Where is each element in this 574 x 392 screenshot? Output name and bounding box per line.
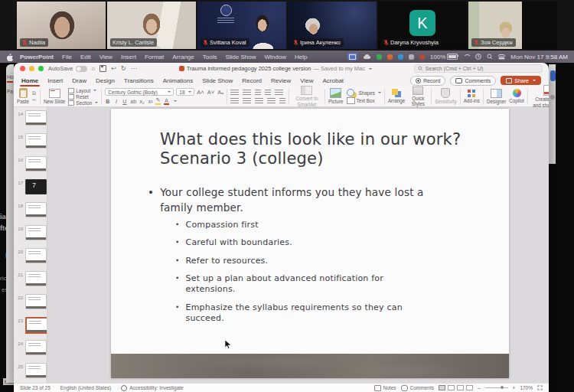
fit-slide-icon[interactable]	[537, 385, 543, 390]
numbered-list-icon[interactable]	[243, 90, 251, 96]
thumbnail-item[interactable]: 24	[14, 338, 47, 361]
quick-styles-button[interactable]: Quick Styles	[408, 87, 428, 106]
app-status-icon-gray[interactable]	[409, 54, 414, 60]
picture-button[interactable]: Picture	[328, 88, 344, 104]
thumbnail-preview[interactable]	[25, 156, 47, 172]
slide-number-indicator[interactable]: Slide 23 of 25	[20, 385, 51, 390]
strikethrough-icon[interactable]: ab	[130, 99, 136, 104]
maximize-window-button[interactable]	[38, 66, 44, 71]
thumbnail-preview[interactable]	[25, 110, 47, 126]
underline-icon[interactable]: U	[122, 99, 127, 104]
language-indicator[interactable]: English (United States)	[60, 385, 111, 390]
thumbnail-item[interactable]: 14	[14, 109, 47, 132]
spotlight-search-icon[interactable]	[487, 54, 493, 60]
align-left-icon[interactable]	[230, 98, 239, 104]
tab-review[interactable]: Review	[271, 76, 291, 86]
tab-animations[interactable]: Animations	[163, 76, 194, 86]
slideshow-view-button[interactable]	[466, 385, 473, 390]
convert-to-smartart-button[interactable]: Convert to SmartArt	[292, 86, 321, 106]
thumbnail-preview[interactable]	[25, 294, 47, 309]
clear-formatting-icon[interactable]: Aₐ	[217, 89, 223, 96]
align-center-icon[interactable]	[243, 98, 251, 104]
columns-icon[interactable]	[279, 98, 285, 104]
app-status-icon-orange[interactable]	[387, 54, 393, 60]
thumbnail-preview[interactable]: 7	[25, 179, 47, 194]
normal-view-button[interactable]	[439, 385, 445, 390]
participant-tile[interactable]: Зоя Сердюк	[468, 2, 557, 49]
cloud-icon[interactable]	[363, 54, 371, 60]
thumbnail-item[interactable]: 177	[14, 178, 47, 201]
menu-item-arrange[interactable]: Arrange	[172, 54, 194, 60]
notes-button[interactable]: Notes	[374, 385, 396, 391]
thumbnail-item[interactable]: 16	[14, 155, 47, 178]
copilot-button[interactable]: Copilot	[509, 89, 524, 103]
font-name-select[interactable]: Century Gothic (Body)	[105, 88, 174, 96]
participant-tile[interactable]: Ірина Акуленко	[288, 2, 377, 49]
thumbnail-preview[interactable]	[25, 317, 47, 334]
subscript-icon[interactable]: x₂	[139, 99, 145, 104]
menu-item-window[interactable]: Window	[264, 54, 285, 60]
menu-app-name[interactable]: PowerPoint	[20, 54, 54, 60]
decrease-font-icon[interactable]: A˅	[207, 89, 214, 96]
menu-item-slide-show[interactable]: Slide Show	[225, 54, 256, 60]
wifi-icon[interactable]	[463, 54, 470, 60]
window-titlebar[interactable]: AutoSave ⌂ ↩ ↻ ⋯ Trauma informed pedagog…	[14, 63, 549, 74]
participant-tile[interactable]: Svitlana Koval	[197, 2, 286, 49]
section-button[interactable]: Section	[68, 100, 98, 106]
autosave-toggle[interactable]	[76, 66, 87, 72]
more-commands-icon[interactable]: ⋯	[131, 65, 137, 72]
save-icon[interactable]	[99, 65, 106, 72]
menu-item-file[interactable]: File	[62, 54, 72, 60]
zoom-slider[interactable]	[485, 387, 508, 388]
slide-canvas[interactable]: What does this look like in our work?Sce…	[111, 109, 509, 378]
redo-icon[interactable]: ↻	[121, 65, 126, 72]
zoom-level[interactable]: 170%	[520, 385, 533, 390]
title-chevron-down-icon[interactable]	[369, 68, 372, 71]
apple-logo-icon[interactable]	[6, 53, 13, 61]
thumbnail-item[interactable]: 23	[14, 315, 47, 338]
share-button[interactable]: Share	[501, 76, 541, 85]
sensitivity-button[interactable]: Sensitivity	[435, 88, 456, 104]
add-ins-button[interactable]: Add-ins	[464, 90, 480, 103]
highlight-color-icon[interactable]: ✎	[155, 97, 161, 105]
bold-icon[interactable]: B	[105, 99, 110, 104]
thumbnail-item[interactable]: 25	[14, 361, 47, 383]
thumbnail-preview[interactable]	[25, 363, 47, 378]
menu-bar-clock[interactable]: Mon Nov 17 9:58 AM	[510, 54, 568, 60]
undo-icon[interactable]: ↩	[111, 65, 116, 72]
increase-indent-icon[interactable]	[265, 90, 271, 96]
thumbnail-preview[interactable]	[25, 248, 47, 263]
recording-status-icon[interactable]	[419, 54, 425, 60]
increase-font-icon[interactable]: A˄	[197, 89, 204, 96]
comments-button[interactable]: Comments	[450, 76, 496, 86]
menu-item-help[interactable]: Help	[295, 54, 307, 60]
control-strip-icon[interactable]	[498, 54, 505, 60]
menu-item-format[interactable]: Format	[145, 54, 164, 60]
font-size-select[interactable]: 18	[176, 88, 194, 96]
tab-acrobat[interactable]: Acrobat	[323, 76, 344, 86]
tab-record[interactable]: Record	[242, 76, 262, 86]
zoom-out-button[interactable]: –	[478, 385, 481, 390]
thumbnail-preview[interactable]	[25, 340, 47, 355]
tab-view[interactable]: View	[300, 76, 313, 86]
text-box-button[interactable]: Text Box	[347, 97, 381, 104]
thumbnail-item[interactable]: 21	[14, 270, 47, 292]
home-icon[interactable]: ⌂	[92, 65, 96, 72]
search-box[interactable]	[414, 64, 543, 73]
minimize-window-button[interactable]	[29, 66, 34, 71]
tab-draw[interactable]: Draw	[72, 76, 86, 86]
line-spacing-icon[interactable]	[275, 90, 283, 96]
thumbnail-preview[interactable]	[25, 225, 47, 240]
search-input[interactable]	[426, 66, 539, 71]
thumbnail-preview[interactable]	[25, 271, 47, 286]
slide-thumbnail-panel[interactable]: 1415161771819202122232425	[14, 107, 47, 383]
layout-button[interactable]: Layout	[68, 88, 98, 93]
menu-item-edit[interactable]: Edit	[80, 54, 91, 60]
designer-button[interactable]: Designer	[487, 89, 506, 104]
thumbnail-item[interactable]: 22	[14, 292, 47, 315]
app-status-icon-blue[interactable]	[398, 54, 403, 60]
format-painter-icon[interactable]: ✂	[32, 97, 37, 103]
decrease-indent-icon[interactable]	[255, 90, 261, 96]
thumbnail-item[interactable]: 15	[14, 132, 47, 155]
justify-icon[interactable]	[267, 98, 276, 104]
